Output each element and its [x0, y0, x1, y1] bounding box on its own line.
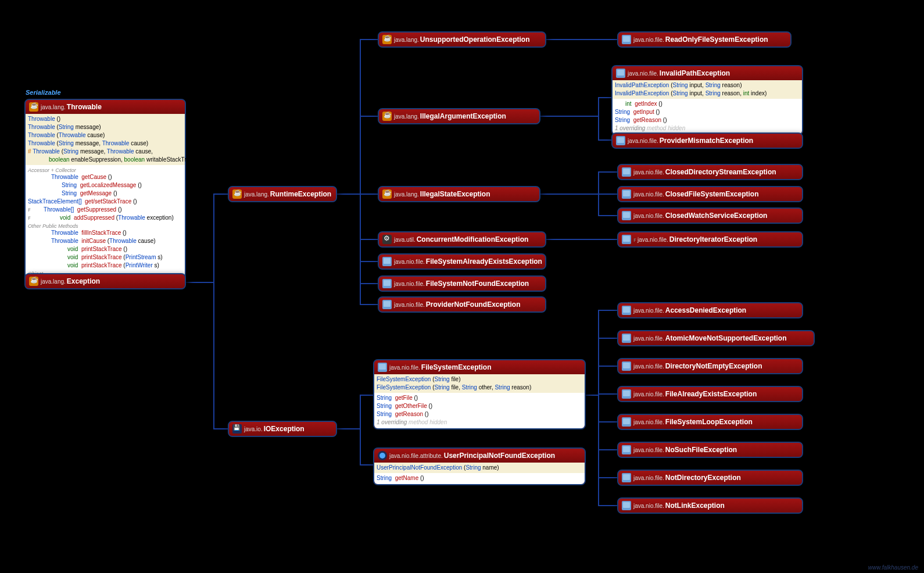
folder-icon: [622, 211, 631, 220]
disk-icon: [232, 424, 242, 434]
folder-icon: [622, 445, 631, 454]
gear-icon: [382, 235, 392, 244]
class-readonly-fs[interactable]: java.nio.file.ReadOnlyFileSystemExceptio…: [617, 31, 792, 48]
class-not-directory[interactable]: java.nio.file.NotDirectoryException: [617, 470, 803, 486]
methods-section: String getName (): [374, 473, 585, 484]
class-name: Exception: [67, 277, 100, 285]
class-unsupported-operation[interactable]: java.lang.UnsupportedOperationException: [378, 31, 546, 48]
folder-icon: [382, 300, 392, 309]
class-fs-already-exists[interactable]: java.nio.file.FileSystemAlreadyExistsExc…: [378, 253, 546, 270]
class-atomic-move[interactable]: java.nio.file.AtomicMoveNotSupportedExce…: [617, 330, 815, 346]
class-closed-fs[interactable]: java.nio.file.ClosedFileSystemException: [617, 186, 803, 202]
class-io-exception[interactable]: java.io. IOException: [228, 421, 337, 437]
folder-icon: [616, 69, 625, 78]
class-no-such-file[interactable]: java.nio.file.NoSuchFileException: [617, 442, 803, 458]
folder-icon: [378, 363, 387, 372]
constructors-section: InvalidPathException (String input, Stri…: [613, 80, 802, 99]
class-illegal-argument[interactable]: java.lang.IllegalArgumentException: [378, 108, 540, 124]
folder-icon: [622, 334, 631, 343]
package-label: java.lang.: [41, 278, 66, 285]
cup-icon: [232, 189, 242, 199]
cup-icon: [29, 102, 38, 112]
class-dir-iterator[interactable]: ꜰ java.nio.file.DirectoryIteratorExcepti…: [617, 231, 803, 248]
folder-icon: [622, 189, 631, 199]
class-access-denied[interactable]: java.nio.file.AccessDeniedException: [617, 302, 803, 318]
cup-icon: [382, 35, 392, 44]
class-not-link[interactable]: java.nio.file.NotLinkException: [617, 497, 803, 514]
class-provider-not-found[interactable]: java.nio.file.ProviderNotFoundException: [378, 296, 546, 313]
methods-section: int getIndex () String getInput () Strin…: [613, 99, 802, 134]
cup-icon: [29, 277, 38, 286]
constructors-section: FileSystemException (String file) FileSy…: [374, 374, 585, 393]
folder-icon: [622, 501, 631, 510]
class-provider-mismatch[interactable]: java.nio.file.ProviderMismatchException: [611, 132, 803, 149]
class-runtime-exception[interactable]: java.lang. RuntimeException: [228, 186, 337, 202]
folder-icon: [622, 417, 631, 427]
class-fs-not-found[interactable]: java.nio.file.FileSystemNotFoundExceptio…: [378, 275, 546, 292]
folder-icon: [382, 279, 392, 288]
cup-icon: [382, 189, 392, 199]
folder-icon: [622, 167, 631, 177]
cup-icon: [382, 112, 392, 121]
class-name: Throwable: [67, 103, 102, 111]
folder-icon: [616, 136, 625, 145]
class-throwable[interactable]: java.lang. Throwable Throwable () Throwa…: [24, 99, 186, 288]
class-dir-not-empty[interactable]: java.nio.file.DirectoryNotEmptyException: [617, 358, 803, 374]
class-file-already-exists[interactable]: java.nio.file.FileAlreadyExistsException: [617, 386, 803, 402]
folder-icon: [622, 35, 631, 44]
folder-icon: [382, 257, 392, 266]
class-filesystem-exception[interactable]: java.nio.file.FileSystemException FileSy…: [373, 359, 586, 429]
folder-icon: [622, 473, 631, 482]
folder-icon: [622, 306, 631, 315]
class-closed-watch[interactable]: java.nio.file.ClosedWatchServiceExceptio…: [617, 207, 803, 224]
circle-icon: [378, 451, 387, 460]
methods-section: Accessor + Collector Throwable getCause …: [26, 165, 185, 286]
watermark: www.falkhausen.de: [868, 564, 918, 571]
folder-icon: [622, 389, 631, 399]
class-concurrent-modification[interactable]: java.util.ConcurrentModificationExceptio…: [378, 231, 546, 248]
constructors-section: UserPrincipalNotFoundException (String n…: [374, 463, 585, 473]
folder-icon: [622, 235, 631, 244]
constructors-section: Throwable () Throwable (String message) …: [26, 114, 185, 165]
package-label: java.lang.: [41, 104, 66, 110]
class-invalid-path[interactable]: java.nio.file.InvalidPathException Inval…: [611, 65, 803, 135]
serializable-label: Serializable: [26, 89, 61, 96]
class-closed-dir-stream[interactable]: java.nio.file.ClosedDirectoryStreamExcep…: [617, 164, 803, 180]
class-exception[interactable]: java.lang. Exception: [24, 273, 186, 289]
class-user-principal-nf[interactable]: java.nio.file.attribute.UserPrincipalNot…: [373, 447, 586, 485]
methods-section: String getFile () String getOtherFile ()…: [374, 393, 585, 428]
folder-icon: [622, 361, 631, 371]
class-fs-loop[interactable]: java.nio.file.FileSystemLoopException: [617, 414, 803, 430]
class-illegal-state[interactable]: java.lang.IllegalStateException: [378, 186, 540, 202]
